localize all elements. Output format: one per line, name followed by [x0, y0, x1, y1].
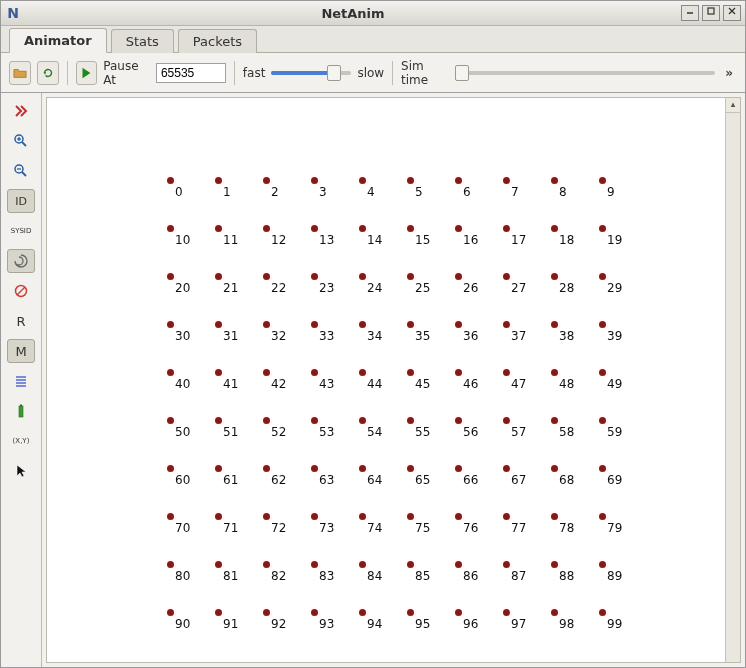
node[interactable]: 80 — [165, 559, 205, 587]
node[interactable]: 12 — [261, 223, 301, 251]
node[interactable]: 45 — [405, 367, 445, 395]
vertical-scrollbar[interactable]: ▴ — [725, 98, 740, 662]
node[interactable]: 29 — [597, 271, 637, 299]
speed-slider[interactable] — [271, 64, 351, 82]
node[interactable]: 7 — [501, 175, 541, 203]
node[interactable]: 63 — [309, 463, 349, 491]
cursor-icon[interactable] — [7, 459, 35, 483]
node[interactable]: 64 — [357, 463, 397, 491]
node[interactable]: 3 — [309, 175, 349, 203]
node[interactable]: 76 — [453, 511, 493, 539]
node[interactable]: 90 — [165, 607, 205, 635]
node[interactable]: 71 — [213, 511, 253, 539]
node[interactable]: 68 — [549, 463, 589, 491]
node[interactable]: 83 — [309, 559, 349, 587]
node[interactable]: 30 — [165, 319, 205, 347]
node[interactable]: 31 — [213, 319, 253, 347]
node[interactable]: 46 — [453, 367, 493, 395]
node[interactable]: 81 — [213, 559, 253, 587]
simulation-canvas[interactable]: 0123456789101112131415161718192021222324… — [47, 98, 726, 662]
node[interactable]: 69 — [597, 463, 637, 491]
node[interactable]: 43 — [309, 367, 349, 395]
node[interactable]: 53 — [309, 415, 349, 443]
node[interactable]: 4 — [357, 175, 397, 203]
node[interactable]: 2 — [261, 175, 301, 203]
scroll-up-button[interactable]: ▴ — [726, 98, 740, 113]
node[interactable]: 21 — [213, 271, 253, 299]
node[interactable]: 99 — [597, 607, 637, 635]
node[interactable]: 40 — [165, 367, 205, 395]
node[interactable]: 60 — [165, 463, 205, 491]
node[interactable]: 61 — [213, 463, 253, 491]
open-file-button[interactable] — [9, 61, 31, 85]
node[interactable]: 18 — [549, 223, 589, 251]
step-forward-icon[interactable] — [7, 99, 35, 123]
node[interactable]: 95 — [405, 607, 445, 635]
node[interactable]: 13 — [309, 223, 349, 251]
node[interactable]: 0 — [165, 175, 205, 203]
node[interactable]: 11 — [213, 223, 253, 251]
node[interactable]: 82 — [261, 559, 301, 587]
battery-icon[interactable] — [7, 399, 35, 423]
node[interactable]: 88 — [549, 559, 589, 587]
zoom-out-icon[interactable] — [7, 159, 35, 183]
node[interactable]: 44 — [357, 367, 397, 395]
node[interactable]: 92 — [261, 607, 301, 635]
node[interactable]: 54 — [357, 415, 397, 443]
node[interactable]: 91 — [213, 607, 253, 635]
node[interactable]: 10 — [165, 223, 205, 251]
simtime-slider[interactable] — [455, 64, 715, 82]
node[interactable]: 65 — [405, 463, 445, 491]
node[interactable]: 1 — [213, 175, 253, 203]
xy-icon[interactable]: (X,Y) — [7, 429, 35, 453]
node[interactable]: 52 — [261, 415, 301, 443]
maximize-button[interactable] — [702, 5, 720, 21]
node[interactable]: 98 — [549, 607, 589, 635]
node[interactable]: 86 — [453, 559, 493, 587]
node[interactable]: 39 — [597, 319, 637, 347]
node[interactable]: 56 — [453, 415, 493, 443]
node[interactable]: 35 — [405, 319, 445, 347]
node[interactable]: 59 — [597, 415, 637, 443]
node[interactable]: 70 — [165, 511, 205, 539]
swirl-icon[interactable] — [7, 249, 35, 273]
node[interactable]: 66 — [453, 463, 493, 491]
node[interactable]: 62 — [261, 463, 301, 491]
node[interactable]: 17 — [501, 223, 541, 251]
reset-icon[interactable]: R — [7, 309, 35, 333]
node[interactable]: 85 — [405, 559, 445, 587]
node[interactable]: 93 — [309, 607, 349, 635]
node[interactable]: 67 — [501, 463, 541, 491]
m-icon[interactable]: M — [7, 339, 35, 363]
node[interactable]: 32 — [261, 319, 301, 347]
node[interactable]: 77 — [501, 511, 541, 539]
node[interactable]: 16 — [453, 223, 493, 251]
node[interactable]: 8 — [549, 175, 589, 203]
node[interactable]: 84 — [357, 559, 397, 587]
node[interactable]: 24 — [357, 271, 397, 299]
tab-stats[interactable]: Stats — [111, 29, 174, 53]
node[interactable]: 87 — [501, 559, 541, 587]
node[interactable]: 94 — [357, 607, 397, 635]
node[interactable]: 47 — [501, 367, 541, 395]
node[interactable]: 41 — [213, 367, 253, 395]
disable-icon[interactable] — [7, 279, 35, 303]
node[interactable]: 79 — [597, 511, 637, 539]
sys-id-icon[interactable]: SYSID — [7, 219, 35, 243]
node[interactable]: 19 — [597, 223, 637, 251]
play-button[interactable] — [76, 61, 98, 85]
pause-at-input[interactable] — [156, 63, 226, 83]
node[interactable]: 57 — [501, 415, 541, 443]
node-id-icon[interactable]: ID — [7, 189, 35, 213]
node[interactable]: 34 — [357, 319, 397, 347]
node[interactable]: 58 — [549, 415, 589, 443]
toolbar-overflow-button[interactable]: » — [721, 66, 737, 80]
zoom-in-icon[interactable] — [7, 129, 35, 153]
node[interactable]: 50 — [165, 415, 205, 443]
node[interactable]: 9 — [597, 175, 637, 203]
lines-icon[interactable] — [7, 369, 35, 393]
tab-packets[interactable]: Packets — [178, 29, 257, 53]
node[interactable]: 55 — [405, 415, 445, 443]
node[interactable]: 22 — [261, 271, 301, 299]
node[interactable]: 28 — [549, 271, 589, 299]
